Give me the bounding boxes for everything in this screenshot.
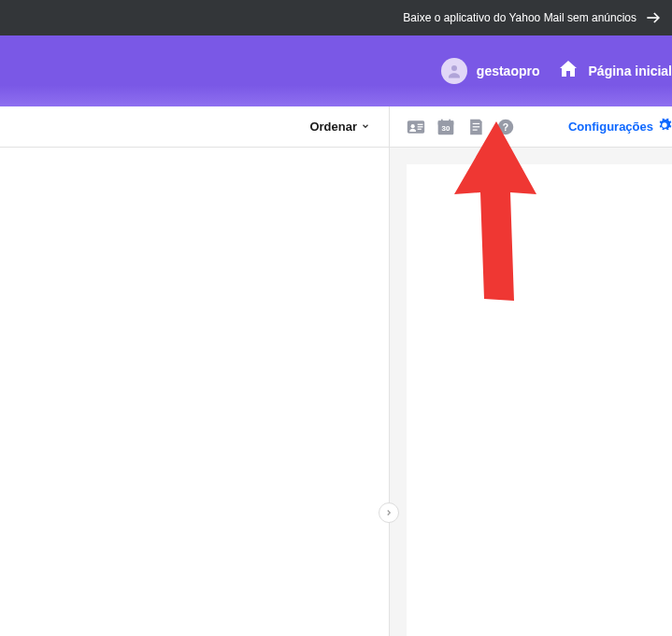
reading-pane: [390, 148, 672, 636]
chevron-down-icon: [361, 121, 370, 133]
sort-dropdown[interactable]: Ordenar: [309, 120, 370, 134]
message-list-pane: [0, 148, 390, 636]
toolbar-right: Configurações: [568, 118, 672, 136]
svg-rect-11: [473, 122, 480, 123]
expand-handle[interactable]: [379, 502, 399, 523]
svg-rect-9: [441, 119, 443, 121]
svg-rect-4: [418, 123, 423, 124]
svg-point-1: [451, 65, 457, 71]
notepad-icon[interactable]: [466, 118, 485, 136]
home-label: Página inicial: [589, 64, 672, 78]
calendar-icon[interactable]: 30: [436, 118, 455, 136]
svg-rect-12: [473, 126, 480, 127]
home-icon: [557, 58, 579, 84]
username-label: gestaopro: [477, 64, 540, 78]
svg-rect-10: [449, 119, 450, 121]
arrow-right-icon: [644, 8, 663, 27]
settings-link[interactable]: Configurações: [568, 120, 653, 134]
contacts-card-icon[interactable]: [407, 118, 425, 136]
toolbar-icons: 30 ?: [390, 118, 515, 136]
promo-banner-text: Baixe o aplicativo do Yahoo Mail sem anú…: [403, 11, 636, 24]
svg-text:?: ?: [503, 120, 508, 132]
svg-rect-5: [418, 126, 423, 127]
sort-label-text: Ordenar: [309, 120, 357, 134]
calendar-day-label: 30: [436, 124, 455, 133]
promo-banner[interactable]: Baixe o aplicativo do Yahoo Mail sem anú…: [0, 0, 672, 35]
toolbar-left: Ordenar: [0, 106, 390, 147]
user-menu[interactable]: gestaopro: [441, 58, 540, 84]
svg-rect-13: [473, 129, 478, 130]
toolbar: Ordenar: [0, 106, 672, 148]
avatar: [441, 58, 467, 84]
svg-rect-6: [418, 128, 422, 129]
reading-panel-card: [407, 164, 672, 636]
home-link[interactable]: Página inicial: [557, 58, 672, 84]
content-area: [0, 148, 672, 636]
help-icon[interactable]: ?: [496, 118, 515, 136]
gear-icon[interactable]: [657, 118, 672, 136]
app-header: gestaopro Página inicial: [0, 35, 672, 106]
svg-point-3: [411, 124, 415, 128]
